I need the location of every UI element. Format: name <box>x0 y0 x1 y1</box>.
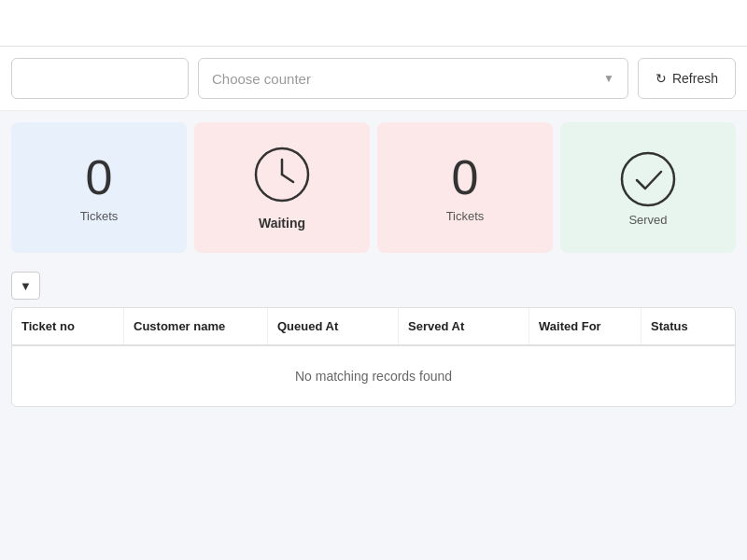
svg-line-2 <box>282 175 293 182</box>
stat-card-served: Served <box>560 122 736 253</box>
counter-select-arrow-icon: ▼ <box>603 72 614 85</box>
tickets-pink-value: 0 <box>452 153 479 202</box>
clock-icon <box>252 145 312 208</box>
top-bar <box>0 0 747 47</box>
toolbar-left-panel <box>11 58 189 99</box>
stat-card-waiting: Waiting <box>194 122 370 253</box>
tickets-blue-label: Tickets <box>80 209 119 223</box>
col-status: Status <box>641 308 735 344</box>
stat-card-tickets-pink: 0 Tickets <box>377 122 553 253</box>
refresh-icon: ↻ <box>655 71 667 86</box>
col-served-at: Served At <box>399 308 529 344</box>
col-queued-at: Queued At <box>268 308 399 344</box>
tickets-pink-label: Tickets <box>446 209 485 223</box>
svg-point-3 <box>622 153 674 205</box>
filter-dropdown[interactable]: ▼ <box>11 272 40 300</box>
served-label: Served <box>628 213 667 227</box>
refresh-button[interactable]: ↻ Refresh <box>638 58 736 99</box>
counter-select-dropdown[interactable]: Choose counter ▼ <box>198 58 628 99</box>
col-ticket-no: Ticket no <box>12 308 124 344</box>
col-waited-for: Waited For <box>529 308 641 344</box>
stat-card-tickets-blue: 0 Tickets <box>11 122 187 253</box>
waiting-label: Waiting <box>259 216 305 231</box>
check-icon <box>618 149 678 213</box>
filter-row: ▼ <box>0 264 747 307</box>
toolbar: Choose counter ▼ ↻ Refresh <box>0 47 747 111</box>
stats-row: 0 Tickets Waiting 0 Tickets Served <box>0 111 747 264</box>
table-header: Ticket no Customer name Queued At Served… <box>12 308 735 346</box>
col-customer-name: Customer name <box>124 308 268 344</box>
no-records-message: No matching records found <box>12 346 735 406</box>
data-table: Ticket no Customer name Queued At Served… <box>11 307 736 407</box>
filter-arrow-icon: ▼ <box>20 279 32 293</box>
refresh-label: Refresh <box>672 71 718 86</box>
counter-select-label: Choose counter <box>212 71 311 87</box>
tickets-blue-value: 0 <box>86 153 113 202</box>
